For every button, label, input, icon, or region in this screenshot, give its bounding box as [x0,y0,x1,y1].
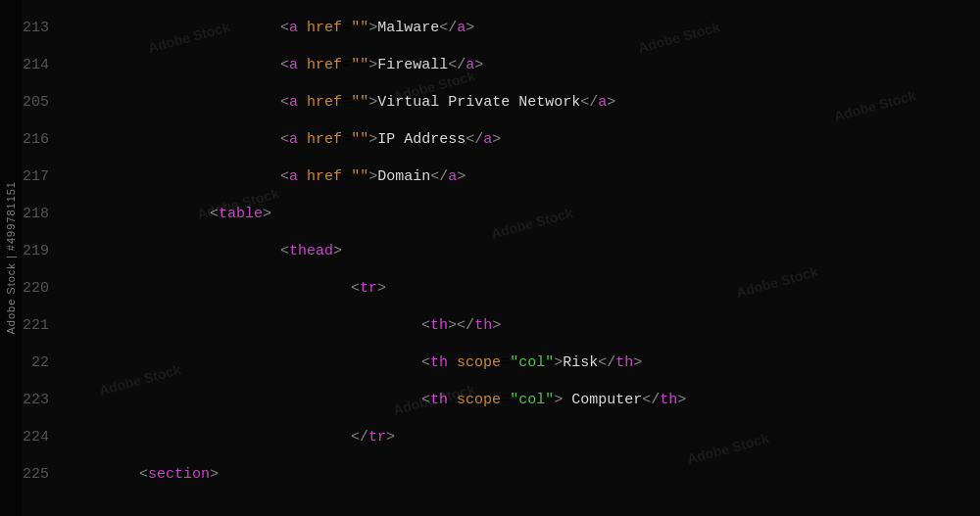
code-line: 224 </tr> [0,419,980,456]
line-content: <table> [69,196,271,233]
code-line: 218 <table> [0,196,980,233]
code-line: 213 <a href="">Malware</a> [0,10,980,47]
line-content: <a href="">Domain</a> [69,159,466,196]
code-editor: 213 <a href="">Malware</a>214 <a href=""… [0,0,980,516]
code-line: 214 <a href="">Firewall</a> [0,47,980,84]
line-content: <a href="">Malware</a> [69,10,474,47]
code-line: 217 <a href="">Domain</a> [0,159,980,196]
line-content: <thead> [69,233,342,270]
code-line: 219 <thead> [0,233,980,270]
line-content: <a href="">IP Address</a> [69,121,501,159]
code-line: 205 <a href="">Virtual Private Network</… [0,84,980,121]
line-content: <a href="">Virtual Private Network</a> [69,84,615,121]
line-content: <a href="">Firewall</a> [69,47,483,84]
line-content: <th scope="col"> Computer</th> [69,382,686,419]
line-content: <section> [69,456,219,493]
code-line: 221 <th></th> [0,307,980,345]
line-content: </tr> [69,419,395,456]
side-watermark: Adobe Stock | #499781151 [0,0,22,516]
line-content: <tr> [69,270,386,307]
line-content: <th></th> [69,307,501,345]
code-line: 220 <tr> [0,270,980,307]
side-watermark-text: Adobe Stock | #499781151 [5,181,17,335]
code-line: 216 <a href="">IP Address</a> [0,121,980,159]
code-line: 22 <th scope="col">Risk</th> [0,345,980,382]
code-line: 225 <section> [0,456,980,493]
code-line: 223 <th scope="col"> Computer</th> [0,382,980,419]
line-content: <th scope="col">Risk</th> [69,345,642,382]
